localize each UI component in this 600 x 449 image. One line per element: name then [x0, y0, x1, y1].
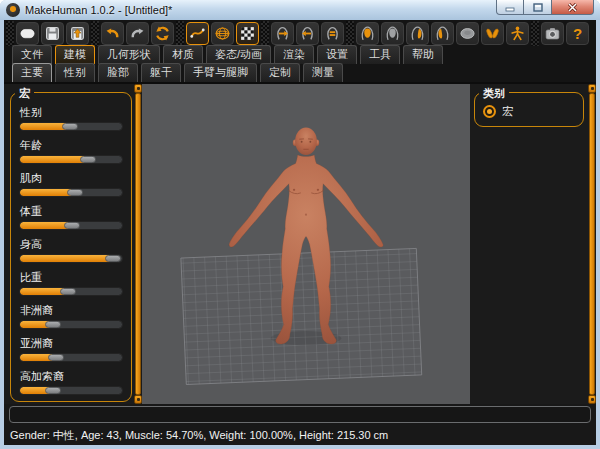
slider-caucasian[interactable]: 高加索裔 — [19, 369, 123, 395]
titlebar: MakeHuman 1.0.2 - [Untitled]* — [0, 0, 600, 20]
slider-track[interactable] — [19, 155, 123, 164]
viewport-3d[interactable] — [142, 84, 470, 404]
smooth-shading-button[interactable] — [186, 22, 209, 45]
right-splitter-knob-top[interactable] — [588, 84, 596, 93]
slider-handle[interactable] — [64, 222, 80, 229]
grab-screenshot-button[interactable] — [541, 22, 564, 45]
head-top-icon — [459, 25, 476, 42]
human-model-scene — [142, 84, 470, 404]
tab-materials[interactable]: 材质 — [163, 45, 203, 64]
subtab-arms-legs[interactable]: 手臂与腿脚 — [184, 63, 257, 82]
floor-grid — [181, 248, 422, 384]
slider-handle[interactable] — [62, 123, 78, 130]
face-view-button[interactable] — [356, 22, 379, 45]
smooth-curve-icon — [189, 25, 206, 42]
right-splitter[interactable] — [588, 84, 596, 404]
front-view-button[interactable] — [321, 22, 344, 45]
slider-proportions[interactable]: 比重 — [19, 270, 123, 296]
bottom-view-button[interactable] — [481, 22, 504, 45]
toolbar-separator — [176, 21, 184, 46]
maximize-button[interactable] — [524, 0, 551, 15]
app-logo-icon[interactable] — [6, 3, 20, 17]
head-back-icon — [384, 25, 401, 42]
left-splitter-knob-bottom[interactable] — [134, 395, 142, 404]
help-button[interactable]: ? — [566, 22, 589, 45]
new-button[interactable] — [16, 22, 39, 45]
right-splitter-knob-bottom[interactable] — [588, 395, 596, 404]
slider-track[interactable] — [19, 188, 123, 197]
tab-rendering[interactable]: 渲染 — [274, 45, 314, 64]
redo-button[interactable] — [126, 22, 149, 45]
save-button[interactable] — [41, 22, 64, 45]
rotate-head-right-icon — [274, 25, 291, 42]
slider-african[interactable]: 非洲裔 — [19, 303, 123, 329]
tab-pose-animate[interactable]: 姿态/动画 — [206, 45, 271, 64]
slider-track[interactable] — [19, 122, 123, 131]
slider-fill — [20, 156, 89, 163]
slider-track[interactable] — [19, 287, 123, 296]
head-right-side-icon — [409, 25, 426, 42]
left-side-view-button[interactable] — [431, 22, 454, 45]
slider-track[interactable] — [19, 221, 123, 230]
subtab-custom[interactable]: 定制 — [260, 63, 300, 82]
right-side-view-button[interactable] — [406, 22, 429, 45]
reset-button[interactable] — [151, 22, 174, 45]
head-front-equal-icon — [324, 25, 341, 42]
right-splitter-bar[interactable] — [589, 93, 595, 395]
slider-handle[interactable] — [60, 288, 76, 295]
rotate-right-button[interactable] — [271, 22, 294, 45]
slider-weight[interactable]: 体重 — [19, 204, 123, 230]
slider-handle[interactable] — [48, 354, 64, 361]
reset-camera-button[interactable] — [506, 22, 529, 45]
slider-gender[interactable]: 性别 — [19, 105, 123, 131]
left-splitter-bar[interactable] — [135, 93, 141, 395]
slider-muscle[interactable]: 肌肉 — [19, 171, 123, 197]
tab-modelling[interactable]: 建模 — [55, 45, 95, 64]
minimize-button[interactable] — [496, 0, 524, 15]
toolbar-separator — [6, 21, 14, 46]
category-option-macro[interactable]: 宏 — [481, 103, 577, 122]
undo-button[interactable] — [101, 22, 124, 45]
slider-handle[interactable] — [105, 255, 121, 262]
tab-settings[interactable]: 设置 — [317, 45, 357, 64]
left-splitter[interactable] — [134, 84, 142, 404]
slider-handle[interactable] — [45, 321, 61, 328]
subtab-torso[interactable]: 躯干 — [141, 63, 181, 82]
back-view-button[interactable] — [381, 22, 404, 45]
slider-asian[interactable]: 亚洲裔 — [19, 336, 123, 362]
new-file-icon — [19, 25, 36, 42]
slider-height[interactable]: 身高 — [19, 237, 123, 263]
tab-help[interactable]: 帮助 — [403, 45, 443, 64]
subtab-gender[interactable]: 性别 — [55, 63, 95, 82]
slider-track[interactable] — [19, 353, 123, 362]
slider-handle[interactable] — [80, 156, 96, 163]
background-checker-button[interactable] — [236, 22, 259, 45]
category-panel: 类别 宏 — [470, 84, 588, 404]
left-splitter-knob-top[interactable] — [134, 84, 142, 93]
toolbar: ? — [4, 20, 596, 47]
tab-utilities[interactable]: 工具 — [360, 45, 400, 64]
subtab-measure[interactable]: 测量 — [303, 63, 343, 82]
tab-geometries[interactable]: 几何形状 — [98, 45, 160, 64]
minimize-icon — [505, 3, 515, 12]
wireframe-button[interactable] — [211, 22, 234, 45]
close-button[interactable] — [551, 0, 594, 15]
rotate-left-button[interactable] — [296, 22, 319, 45]
slider-track[interactable] — [19, 320, 123, 329]
progress-row — [4, 404, 596, 425]
slider-track[interactable] — [19, 254, 123, 263]
slider-age[interactable]: 年龄 — [19, 138, 123, 164]
slider-track[interactable] — [19, 386, 123, 395]
load-button[interactable] — [66, 22, 89, 45]
subtab-face[interactable]: 脸部 — [98, 63, 138, 82]
top-view-button[interactable] — [456, 22, 479, 45]
feet-bottom-icon — [484, 25, 501, 42]
wireframe-globe-icon — [214, 25, 231, 42]
category-groupbox-title: 类别 — [479, 86, 509, 101]
sub-tab-bar: 主要 性别 脸部 躯干 手臂与腿脚 定制 测量 — [4, 64, 596, 84]
head-left-side-icon — [434, 25, 451, 42]
tab-files[interactable]: 文件 — [12, 45, 52, 64]
subtab-main[interactable]: 主要 — [12, 63, 52, 82]
slider-handle[interactable] — [67, 189, 83, 196]
slider-handle[interactable] — [45, 387, 61, 394]
